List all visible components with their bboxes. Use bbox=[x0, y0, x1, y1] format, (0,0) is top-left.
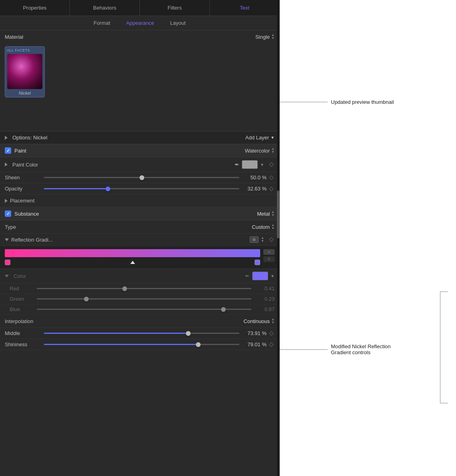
middle-fill bbox=[44, 333, 188, 334]
green-track bbox=[37, 298, 251, 299]
material-value-row[interactable]: Single ▲ ▼ bbox=[255, 34, 275, 40]
interpolation-value-row[interactable]: Continuous ▲ ▼ bbox=[243, 318, 275, 324]
paint-color-keyframe[interactable] bbox=[268, 163, 275, 166]
add-layer-button[interactable]: Add Layer ▼ bbox=[245, 135, 275, 141]
middle-row: Middle 73.91 % bbox=[0, 328, 279, 339]
blue-label: Blue bbox=[10, 306, 34, 312]
gradient-bar-container bbox=[5, 249, 260, 265]
reflection-keyframe[interactable] bbox=[268, 238, 275, 241]
interpolation-label: Interpolation bbox=[5, 318, 41, 324]
paint-right[interactable]: Watercolor ▲ ▼ bbox=[245, 147, 275, 154]
red-value: 0.41 bbox=[255, 286, 275, 292]
type-stepper[interactable]: ▲ ▼ bbox=[271, 224, 275, 230]
substance-row: Substance Metal ▲ ▼ bbox=[0, 207, 279, 220]
substance-checkbox[interactable] bbox=[5, 210, 11, 217]
opacity-label: Opacity bbox=[5, 186, 41, 192]
sheen-fill bbox=[44, 177, 142, 178]
shininess-slider[interactable] bbox=[41, 344, 243, 345]
red-track bbox=[37, 288, 251, 289]
opacity-thumb[interactable] bbox=[106, 186, 110, 191]
shininess-thumb[interactable] bbox=[196, 342, 201, 347]
material-header: Material Single ▲ ▼ bbox=[0, 30, 279, 43]
middle-slider[interactable] bbox=[41, 333, 243, 334]
tab-text[interactable]: Text bbox=[210, 0, 279, 16]
substance-left: Substance bbox=[5, 210, 39, 217]
scrollbar[interactable] bbox=[277, 0, 279, 476]
paint-color-eyedropper-icon[interactable]: ✒ bbox=[235, 161, 239, 168]
color-eyedropper-icon[interactable]: ✒ bbox=[245, 273, 250, 279]
tab-filters[interactable]: Filters bbox=[140, 0, 210, 16]
blue-thumb[interactable] bbox=[221, 307, 226, 312]
middle-thumb[interactable] bbox=[186, 331, 191, 336]
substance-label: Substance bbox=[14, 211, 39, 217]
color-section-row: Color ✒ ▼ bbox=[0, 269, 279, 284]
reflection-gradient-icon[interactable]: ⊞ bbox=[250, 236, 259, 243]
shininess-row: Shininess 79.01 % bbox=[0, 339, 279, 350]
paint-checkbox[interactable] bbox=[5, 147, 11, 154]
type-value-row[interactable]: Custom ▲ ▼ bbox=[252, 224, 275, 230]
gradient-icon-bottom[interactable]: ⠿ bbox=[263, 256, 275, 262]
red-slider[interactable] bbox=[34, 288, 255, 289]
blue-slider[interactable] bbox=[34, 309, 255, 310]
material-value: Single bbox=[255, 34, 270, 40]
color-swatch[interactable] bbox=[252, 272, 268, 280]
color-dropdown-icon[interactable]: ▼ bbox=[271, 274, 275, 278]
sub-tab-layout[interactable]: Layout bbox=[167, 18, 189, 28]
material-stepper[interactable]: ▲ ▼ bbox=[271, 34, 275, 40]
gradient-bar[interactable] bbox=[5, 249, 260, 257]
sub-tab-bar: Format Appearance Layout bbox=[0, 16, 279, 30]
gradient-stop-pink[interactable] bbox=[5, 260, 10, 265]
facets-container: ALL FACETS Nickel bbox=[0, 43, 279, 131]
paint-color-dropdown-icon[interactable]: ▼ bbox=[260, 163, 264, 167]
sheen-keyframe[interactable] bbox=[268, 176, 275, 179]
paint-color-right: ✒ ▼ bbox=[235, 160, 275, 169]
red-thumb[interactable] bbox=[122, 286, 127, 291]
shininess-track bbox=[44, 344, 239, 345]
color-label: Color bbox=[14, 273, 26, 279]
gradient-icon-top[interactable]: ≡ bbox=[263, 249, 275, 255]
gradient-stop-purple[interactable] bbox=[255, 260, 260, 265]
scrollbar-thumb[interactable] bbox=[277, 190, 279, 238]
reflection-stepper[interactable]: ▲ ▼ bbox=[261, 236, 264, 243]
shininess-keyframe[interactable] bbox=[268, 343, 275, 346]
red-label: Red bbox=[10, 286, 34, 292]
paint-value: Watercolor bbox=[245, 148, 270, 154]
blue-value: 0.87 bbox=[255, 306, 275, 312]
sub-tab-appearance[interactable]: Appearance bbox=[123, 18, 157, 28]
middle-label: Middle bbox=[5, 330, 41, 336]
reflection-triangle-icon bbox=[5, 238, 9, 241]
paint-stepper[interactable]: ▲ ▼ bbox=[271, 147, 275, 154]
placement-triangle-icon bbox=[5, 199, 8, 203]
substance-right[interactable]: Metal ▲ ▼ bbox=[257, 210, 275, 217]
placement-row[interactable]: Placement bbox=[0, 194, 279, 207]
type-value: Custom bbox=[252, 224, 270, 230]
paint-label: Paint bbox=[14, 148, 26, 154]
middle-keyframe[interactable] bbox=[268, 332, 275, 335]
facet-item-nickel[interactable]: ALL FACETS Nickel bbox=[5, 46, 45, 97]
sheen-thumb[interactable] bbox=[139, 175, 144, 180]
tab-properties[interactable]: Properties bbox=[0, 0, 70, 16]
reflection-right: ⊞ ▲ ▼ bbox=[250, 236, 275, 243]
color-section-left: Color bbox=[5, 273, 26, 279]
gradient-midpoint-icon[interactable] bbox=[130, 261, 135, 264]
green-slider[interactable] bbox=[34, 298, 255, 299]
tab-behaviors[interactable]: Behaviors bbox=[70, 0, 140, 16]
color-section-right: ✒ ▼ bbox=[245, 272, 275, 280]
green-thumb[interactable] bbox=[84, 297, 89, 301]
interpolation-stepper[interactable]: ▲ ▼ bbox=[271, 318, 275, 324]
sub-tab-format[interactable]: Format bbox=[90, 18, 113, 28]
sheen-slider[interactable] bbox=[41, 177, 243, 178]
opacity-slider[interactable] bbox=[41, 188, 243, 189]
reflection-bracket bbox=[440, 292, 448, 403]
add-layer-label: Add Layer bbox=[245, 135, 269, 141]
paint-left: Paint bbox=[5, 147, 26, 154]
options-row: Options: Nickel Add Layer ▼ bbox=[0, 131, 279, 144]
annotation-text-reflection: Modified Nickel Reflection Gradient cont… bbox=[331, 343, 391, 355]
paint-color-swatch[interactable] bbox=[242, 160, 258, 169]
opacity-keyframe[interactable] bbox=[268, 187, 275, 190]
reflection-gradient-row: Reflection Gradi... ⊞ ▲ ▼ bbox=[0, 234, 279, 246]
green-label: Green bbox=[10, 296, 34, 302]
gradient-bar-section: ≡ ⠿ bbox=[0, 246, 279, 269]
blue-row: Blue 0.87 bbox=[0, 304, 279, 315]
substance-stepper[interactable]: ▲ ▼ bbox=[271, 210, 275, 217]
